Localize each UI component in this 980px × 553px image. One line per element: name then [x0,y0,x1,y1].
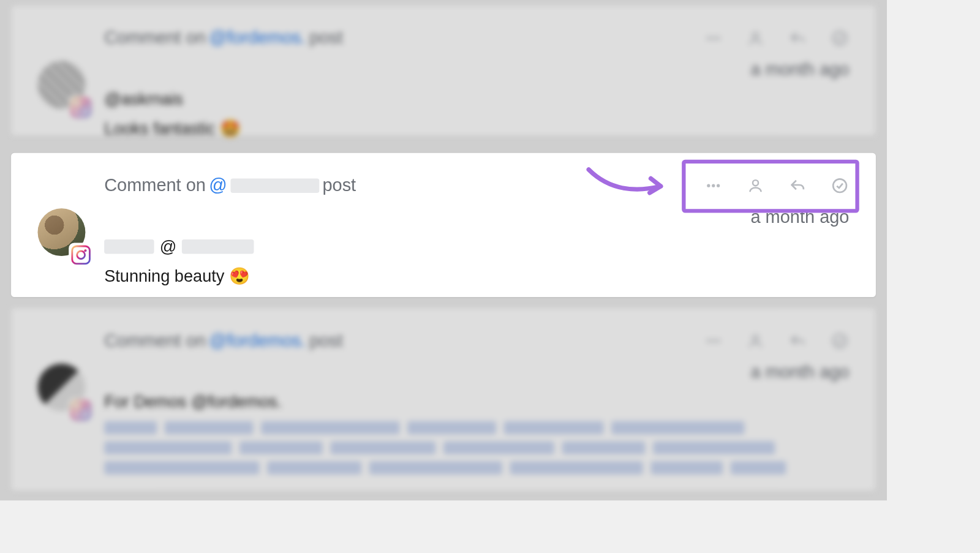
headline-suffix: post [309,330,343,350]
comment-body: Looks fantastic 🤩 [104,119,849,138]
redacted-name [104,239,154,254]
svg-point-20 [712,184,715,187]
svg-point-14 [753,335,758,340]
card-actions [704,331,849,350]
svg-point-4 [712,36,715,39]
commenter-username[interactable]: @askrnais [104,90,849,109]
svg-point-13 [717,339,720,342]
headline-account-link[interactable]: @fordemos. [209,28,306,48]
timestamp: a month ago [104,59,849,80]
card-actions [704,176,849,195]
svg-point-2 [84,102,86,104]
approve-icon[interactable] [831,29,850,48]
reply-icon[interactable] [788,331,807,350]
comment-headline: Comment on @fordemos. post [104,28,704,48]
username-at: @ [160,237,177,256]
comment-card-focused: Comment on @ post [11,153,876,297]
comment-body: Stunning beauty 😍 [104,266,849,285]
instagram-badge-icon [69,243,93,267]
more-icon[interactable] [704,331,723,350]
comment-card: Comment on @fordemos. post a month ago F… [11,308,876,491]
headline-suffix: post [309,28,343,48]
svg-point-9 [77,406,85,414]
svg-point-10 [84,404,86,407]
headline-at: @ [209,175,227,195]
commenter-username[interactable]: For Demos @fordemos. [104,393,849,412]
headline-prefix: Comment on [104,28,206,48]
headline-prefix: Comment on [104,175,206,195]
svg-point-11 [707,339,710,342]
timestamp: a month ago [104,207,849,227]
redacted-account [230,178,319,193]
comment-headline: Comment on @fordemos. post [104,330,704,350]
svg-point-15 [833,334,846,347]
avatar-column [38,330,105,474]
timestamp: a month ago [104,362,849,382]
commenter-username[interactable]: @ [104,237,849,256]
headline-prefix: Comment on [104,330,206,350]
svg-point-6 [753,32,758,38]
svg-point-1 [77,103,85,111]
svg-point-22 [753,180,758,186]
svg-point-21 [717,184,720,187]
more-icon[interactable] [704,176,723,195]
svg-point-3 [707,36,710,39]
headline-account-link[interactable]: @fordemos. [209,330,306,350]
svg-point-12 [712,339,715,342]
person-icon[interactable] [746,176,765,195]
svg-point-17 [77,251,85,259]
comment-body [104,421,849,475]
reply-icon[interactable] [788,176,807,195]
headline-suffix: post [322,175,356,195]
avatar-column [38,175,105,285]
approve-icon[interactable] [831,331,850,350]
svg-rect-0 [72,99,90,116]
svg-point-7 [833,31,846,45]
reply-icon[interactable] [788,29,807,48]
person-icon[interactable] [746,331,765,350]
person-icon[interactable] [746,29,765,48]
svg-rect-8 [72,401,90,419]
svg-point-19 [707,184,710,187]
instagram-badge-icon [69,96,93,120]
approve-icon[interactable] [831,176,850,195]
card-actions [704,29,849,48]
instagram-badge-icon [69,398,93,423]
svg-rect-16 [72,246,90,264]
svg-point-5 [717,36,720,39]
comment-headline: Comment on @ post [104,175,704,195]
comment-card: Comment on @fordemos. post a month ago @… [11,6,876,136]
redacted-handle [182,239,254,254]
avatar-column [38,28,105,138]
more-icon[interactable] [704,29,723,48]
svg-point-23 [833,179,846,192]
svg-point-18 [84,249,86,252]
